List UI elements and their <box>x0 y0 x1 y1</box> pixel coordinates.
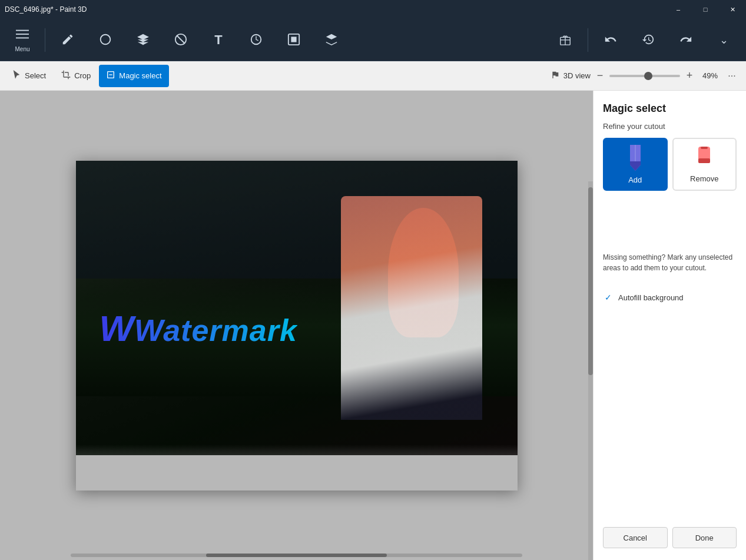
vertical-scrollbar-thumb <box>588 187 593 375</box>
crop-label: Crop <box>74 71 91 80</box>
canvas-image-wrap: WWatermark <box>76 161 518 491</box>
history-icon <box>642 33 655 47</box>
zoom-slider[interactable] <box>609 75 680 77</box>
3d-view-area: 3D view <box>551 70 591 81</box>
remove-label: Remove <box>690 174 718 183</box>
crop-icon <box>61 70 71 81</box>
text-button[interactable]: T <box>201 21 236 59</box>
canvas-icon <box>287 33 300 47</box>
add-button[interactable]: Add <box>603 138 668 191</box>
effects-icon <box>250 33 263 47</box>
stickers-icon <box>174 33 187 47</box>
panel-title: Magic select <box>603 102 737 115</box>
right-panel: Magic select Refine your cutout Add <box>593 91 746 560</box>
select-tool[interactable]: Select <box>5 65 53 87</box>
redo-button[interactable] <box>668 21 704 59</box>
svg-marker-9 <box>630 161 641 171</box>
cancel-button[interactable]: Cancel <box>603 527 668 548</box>
2d-shapes-icon <box>99 33 112 47</box>
autofill-checkbox-row[interactable]: ✓ Autofill background <box>603 292 737 303</box>
zoom-level: 49% <box>699 71 721 80</box>
svg-rect-13 <box>701 147 708 149</box>
scrollbar-track <box>71 554 522 557</box>
canvas-area[interactable]: WWatermark <box>0 91 593 560</box>
undo-button[interactable] <box>593 21 628 59</box>
svg-rect-1 <box>16 34 29 35</box>
brushes-button[interactable] <box>50 21 85 59</box>
maximize-button[interactable]: □ <box>692 0 719 19</box>
canvas-image: WWatermark <box>76 161 518 455</box>
panel-bottom-spacer <box>603 310 737 520</box>
secondary-toolbar: Select Crop Magic select 3D view − + 49%… <box>0 61 746 91</box>
svg-line-4 <box>177 35 185 43</box>
main-area: WWatermark Magic select Refine your cuto… <box>0 91 746 560</box>
mixed-reality-button[interactable] <box>314 21 349 59</box>
magic-select-tool[interactable]: Magic select <box>99 65 168 87</box>
panel-middle-space <box>603 198 737 245</box>
menu-button[interactable]: Menu <box>5 21 40 59</box>
crop-tool[interactable]: Crop <box>54 65 98 87</box>
menu-label: Menu <box>15 46 29 52</box>
photo-woman <box>341 196 482 420</box>
3d-shapes-button[interactable] <box>125 21 161 59</box>
primary-toolbar: Menu T <box>0 19 746 61</box>
select-label: Select <box>25 71 46 80</box>
3d-view-label: 3D view <box>563 71 591 80</box>
redo-icon <box>679 33 692 47</box>
more-icon: ··· <box>728 71 735 81</box>
panel-info-text: Missing something? Mark any unselected a… <box>603 252 737 273</box>
canvas-scrollbar[interactable] <box>0 553 593 558</box>
done-button[interactable]: Done <box>672 527 737 548</box>
chevron-down-icon: ⌄ <box>720 34 728 47</box>
titlebar: DSC_6496.jpg* - Paint 3D – □ ✕ <box>0 0 746 19</box>
svg-rect-12 <box>698 158 710 163</box>
select-icon <box>12 70 21 81</box>
text-icon: T <box>214 32 222 48</box>
svg-rect-6 <box>291 37 296 42</box>
app-title: DSC_6496.jpg* - Paint 3D <box>5 5 87 14</box>
gift-button[interactable] <box>548 21 583 59</box>
vertical-scrollbar[interactable] <box>588 181 593 560</box>
brushes-icon <box>61 33 74 47</box>
svg-rect-2 <box>16 37 29 38</box>
stickers-button[interactable] <box>163 21 198 59</box>
add-pencil-icon <box>625 145 646 171</box>
remove-button[interactable]: Remove <box>672 138 737 191</box>
mixed-reality-icon <box>325 33 338 47</box>
panel-subtitle: Refine your cutout <box>603 122 737 131</box>
more-toolbar-button[interactable]: ⌄ <box>706 21 741 59</box>
zoom-out-button[interactable]: − <box>592 68 608 84</box>
magic-select-label: Magic select <box>119 71 161 80</box>
2d-shapes-button[interactable] <box>88 21 123 59</box>
close-button[interactable]: ✕ <box>719 0 746 19</box>
autofill-label: Autofill background <box>618 293 684 302</box>
minimize-button[interactable]: – <box>665 0 692 19</box>
window-controls: – □ ✕ <box>665 0 746 19</box>
canvas-button[interactable] <box>276 21 311 59</box>
history-button[interactable] <box>631 21 666 59</box>
3d-shapes-icon <box>137 33 150 47</box>
effects-button[interactable] <box>238 21 274 59</box>
refine-options: Add Remove <box>603 138 737 191</box>
svg-rect-0 <box>16 29 29 31</box>
canvas-reflection <box>76 445 518 455</box>
magic-select-icon <box>106 70 115 81</box>
toolbar-divider-2 <box>588 28 588 52</box>
panel-actions: Cancel Done <box>603 527 737 548</box>
3d-view-flag-icon <box>551 70 560 81</box>
scrollbar-thumb <box>206 554 387 557</box>
zoom-slider-thumb <box>644 72 652 80</box>
remove-eraser-icon <box>696 145 712 170</box>
add-label: Add <box>628 175 642 184</box>
more-options-button[interactable]: ··· <box>722 67 741 85</box>
watermark-text: WWatermark <box>100 307 297 349</box>
zoom-in-button[interactable]: + <box>681 68 698 84</box>
gift-icon <box>559 33 572 47</box>
toolbar-divider-1 <box>45 28 45 52</box>
menu-icon <box>16 28 29 44</box>
autofill-checkmark-icon: ✓ <box>603 292 614 303</box>
undo-icon <box>604 33 617 47</box>
